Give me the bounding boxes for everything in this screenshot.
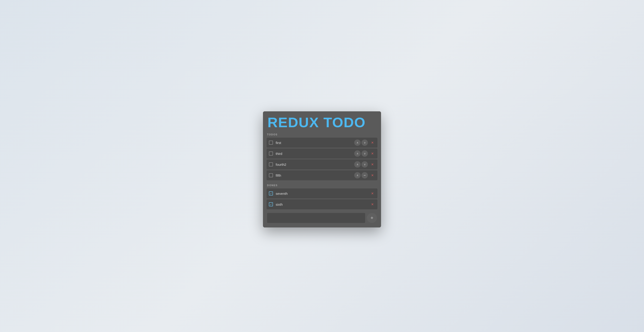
move-down-button-1[interactable]: ∨ <box>362 140 368 146</box>
todo-controls-1: ∧ ∨ × <box>354 140 375 146</box>
done-checkbox-2[interactable] <box>269 202 273 206</box>
delete-button-4[interactable]: × <box>370 172 375 178</box>
done-checkbox-1[interactable] <box>269 191 273 195</box>
todo-item: fifth ∧ – × <box>266 170 378 180</box>
app-title: REDUX TODO <box>263 111 381 130</box>
todo-controls-3: ∧ ∨ × <box>354 161 375 167</box>
done-controls-1: × <box>369 191 375 196</box>
delete-button-3[interactable]: × <box>370 162 375 167</box>
done-item: seventh × <box>266 188 378 198</box>
todo-checkbox-3[interactable] <box>269 162 273 166</box>
delete-button-2[interactable]: × <box>370 151 375 156</box>
todos-list: first ∧ ∨ × third ∧ ∨ × fo <box>266 138 378 180</box>
delete-done-button-1[interactable]: × <box>370 191 375 196</box>
todo-text-2: third <box>276 152 352 156</box>
move-up-button-1[interactable]: ∧ <box>354 140 360 146</box>
done-text-2: sixth <box>276 202 367 206</box>
todo-checkbox-1[interactable] <box>269 141 273 145</box>
move-down-button-2[interactable]: ∨ <box>362 150 368 157</box>
sections-gap <box>266 181 378 184</box>
dones-section-label: DONES <box>266 184 378 187</box>
todo-controls-2: ∧ ∨ × <box>354 150 375 157</box>
todos-section-label: TODOS <box>266 133 378 136</box>
done-controls-2: × <box>369 202 375 207</box>
todo-item: fourth2 ∧ ∨ × <box>266 160 378 169</box>
delete-button-1[interactable]: × <box>370 140 375 145</box>
done-text-1: seventh <box>276 192 367 195</box>
todo-text-1: first <box>276 141 352 145</box>
app-body: TODOS first ∧ ∨ × third ∧ ∨ × <box>263 130 381 227</box>
todo-text-4: fifth <box>276 173 352 177</box>
add-bar: + <box>266 213 378 223</box>
todo-item: third ∧ ∨ × <box>266 149 378 159</box>
move-up-button-3[interactable]: ∧ <box>354 161 360 167</box>
todo-checkbox-2[interactable] <box>269 152 273 156</box>
todo-checkbox-4[interactable] <box>269 173 273 177</box>
move-down-button-3[interactable]: ∨ <box>362 161 368 167</box>
todo-text-3: fourth2 <box>276 163 352 166</box>
done-item: sixth × <box>266 199 378 209</box>
dones-list: seventh × sixth × <box>266 188 378 209</box>
new-todo-input[interactable] <box>267 213 365 223</box>
todo-controls-4: ∧ – × <box>354 172 375 178</box>
delete-done-button-2[interactable]: × <box>370 202 375 207</box>
move-up-button-2[interactable]: ∧ <box>354 150 360 157</box>
app-container: REDUX TODO TODOS first ∧ ∨ × third ∧ ∨ <box>263 111 381 227</box>
move-down-button-4[interactable]: – <box>362 172 368 178</box>
todo-item: first ∧ ∨ × <box>266 138 378 148</box>
add-todo-button[interactable]: + <box>367 213 377 223</box>
move-up-button-4[interactable]: ∧ <box>354 172 360 178</box>
